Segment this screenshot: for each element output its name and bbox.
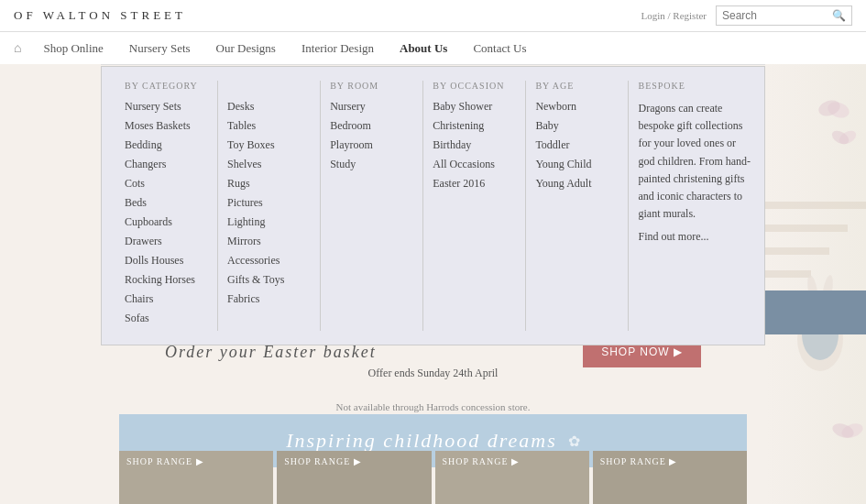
bespoke-description: Dragons can create bespoke gift collecti… <box>638 100 755 223</box>
menu-link-easter[interactable]: Easter 2016 <box>433 177 516 191</box>
shop-range-3[interactable]: SHOP RANGE ▶ <box>435 451 589 504</box>
menu-link-baby[interactable]: Baby <box>535 119 619 133</box>
nav-nursery-sets[interactable]: Nursery Sets <box>116 32 203 65</box>
menu-link-chairs[interactable]: Chairs <box>125 292 208 306</box>
menu-link-christening[interactable]: Christening <box>433 119 516 133</box>
menu-link-beds[interactable]: Beds <box>125 196 208 210</box>
menu-link-cupboards[interactable]: Cupboards <box>125 215 208 229</box>
menu-link-moses-baskets[interactable]: Moses Baskets <box>125 119 208 133</box>
menu-link-desks[interactable]: Desks <box>227 100 311 114</box>
shop-range-1[interactable]: SHOP RANGE ▶ <box>119 451 273 504</box>
menu-link-tables[interactable]: Tables <box>227 119 311 133</box>
menu-link-birthday[interactable]: Birthday <box>433 138 516 152</box>
dreams-decoration: ✿ <box>568 433 580 450</box>
dreams-title: Inspiring childhood dreams <box>286 429 557 453</box>
nav-our-designs[interactable]: Our Designs <box>203 32 289 65</box>
not-available-text: Not available through Harrods concession… <box>336 401 531 412</box>
menu-link-rocking-horses[interactable]: Rocking Horses <box>125 273 208 287</box>
menu-link-sofas[interactable]: Sofas <box>125 312 208 325</box>
menu-link-shelves[interactable]: Shelves <box>227 158 311 171</box>
logo-text: OF WALTON STREET <box>14 8 186 23</box>
menu-link-changers[interactable]: Changers <box>125 158 208 171</box>
col-header-bespoke: BESPOKE <box>638 81 755 91</box>
menu-link-newborn[interactable]: Newborn <box>535 100 619 114</box>
menu-link-gifts-toys[interactable]: Gifts & Toys <box>227 273 311 287</box>
home-icon[interactable]: ⌂ <box>14 41 21 56</box>
logo-area: OF WALTON STREET <box>14 8 186 23</box>
nav-bar: ⌂ Shop Online Nursery Sets Our Designs I… <box>0 32 866 65</box>
menu-link-lighting[interactable]: Lighting <box>227 215 311 229</box>
menu-link-drawers[interactable]: Drawers <box>125 235 208 248</box>
menu-link-fabrics[interactable]: Fabrics <box>227 292 311 306</box>
menu-link-dolls-houses[interactable]: Dolls Houses <box>125 254 208 268</box>
menu-link-rugs[interactable]: Rugs <box>227 177 311 191</box>
menu-link-baby-shower[interactable]: Baby Shower <box>433 100 516 114</box>
nav-contact-us[interactable]: Contact Us <box>460 32 539 65</box>
menu-link-toddler[interactable]: Toddler <box>535 138 619 152</box>
menu-link-all-occasions[interactable]: All Occasions <box>433 158 516 171</box>
menu-col-occasion: BY OCCASION Baby Shower Christening Birt… <box>423 81 526 331</box>
menu-link-nursery-sets[interactable]: Nursery Sets <box>125 100 208 114</box>
nav-interior-design[interactable]: Interior Design <box>289 32 387 65</box>
rabbit-area <box>765 64 866 504</box>
menu-link-young-child[interactable]: Young Child <box>535 158 619 171</box>
search-box: 🔍 <box>716 5 852 26</box>
find-out-more-link[interactable]: Find out more... <box>638 230 755 244</box>
shop-range-4[interactable]: SHOP RANGE ▶ <box>593 451 747 504</box>
menu-col-category2: Desks Tables Toy Boxes Shelves Rugs Pict… <box>218 81 321 331</box>
svg-rect-13 <box>765 225 848 232</box>
menu-link-cots[interactable]: Cots <box>125 177 208 191</box>
menu-link-toy-boxes[interactable]: Toy Boxes <box>227 138 311 152</box>
col-header-age: BY AGE <box>535 81 619 91</box>
menu-link-playroom[interactable]: Playroom <box>330 138 413 152</box>
menu-link-bedding[interactable]: Bedding <box>125 138 208 152</box>
menu-link-mirrors[interactable]: Mirrors <box>227 235 311 248</box>
offer-ends-text: Offer ends Sunday 24th April <box>368 367 499 379</box>
search-input[interactable] <box>722 9 832 22</box>
col-header-occasion: BY OCCASION <box>433 81 516 91</box>
header: OF WALTON STREET Login / Register 🔍 <box>0 0 866 32</box>
svg-point-24 <box>830 421 855 440</box>
menu-col-category1: BY CATEGORY Nursery Sets Moses Baskets B… <box>115 81 218 331</box>
menu-link-pictures[interactable]: Pictures <box>227 196 311 210</box>
menu-col-room: BY ROOM Nursery Bedroom Playroom Study <box>321 81 423 331</box>
col-header-room: BY ROOM <box>330 81 413 91</box>
menu-link-study[interactable]: Study <box>330 158 413 171</box>
menu-link-accessories[interactable]: Accessories <box>227 254 311 268</box>
menu-col-bespoke: BESPOKE Dragons can create bespoke gift … <box>629 81 764 331</box>
menu-link-young-adult[interactable]: Young Adult <box>535 177 619 191</box>
account-links[interactable]: Login / Register <box>641 10 707 21</box>
menu-link-nursery[interactable]: Nursery <box>330 100 413 114</box>
nav-about-us[interactable]: About Us <box>387 32 460 65</box>
svg-point-22 <box>829 128 850 147</box>
nav-shop-online[interactable]: Shop Online <box>30 32 115 65</box>
header-right: Login / Register 🔍 <box>641 5 853 26</box>
shop-range-2[interactable]: SHOP RANGE ▶ <box>277 451 431 504</box>
menu-col-age: BY AGE Newborn Baby Toddler Young Child … <box>526 81 629 331</box>
svg-rect-12 <box>765 202 866 209</box>
svg-rect-15 <box>765 270 811 278</box>
mega-menu: BY CATEGORY Nursery Sets Moses Baskets B… <box>101 66 765 345</box>
col-header-empty <box>227 81 311 91</box>
col-header-category: BY CATEGORY <box>125 81 208 91</box>
svg-rect-14 <box>765 247 829 255</box>
search-button[interactable]: 🔍 <box>832 9 846 22</box>
menu-link-bedroom[interactable]: Bedroom <box>330 119 413 133</box>
